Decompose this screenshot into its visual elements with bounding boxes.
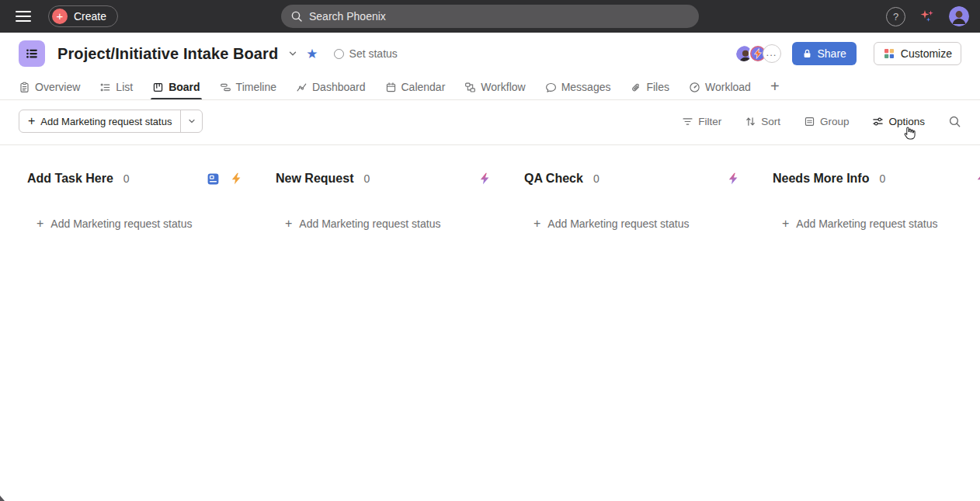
group-icon bbox=[804, 116, 815, 127]
tab-workload[interactable]: Workload bbox=[689, 75, 751, 99]
tab-label: Dashboard bbox=[312, 81, 366, 93]
create-label: Create bbox=[74, 10, 106, 23]
tab-workflow[interactable]: Workflow bbox=[464, 75, 525, 99]
add-task-label: Add Marketing request status bbox=[299, 217, 440, 230]
lock-icon bbox=[802, 48, 812, 59]
menu-icon[interactable] bbox=[16, 11, 31, 22]
board-column: New Request 0 + Add Marketing request st… bbox=[276, 172, 490, 501]
options-label: Options bbox=[888, 116, 925, 127]
plus-icon: + bbox=[36, 217, 43, 230]
tab-board[interactable]: Board bbox=[152, 75, 200, 99]
chevron-down-icon bbox=[187, 117, 196, 126]
bolt-icon[interactable] bbox=[479, 172, 490, 185]
board-column: Add Task Here 0 + Add Marketing request … bbox=[27, 172, 242, 501]
options-button[interactable]: Options bbox=[872, 116, 925, 127]
avatar-photo bbox=[949, 6, 969, 26]
set-status-label: Set status bbox=[349, 47, 398, 60]
options-icon bbox=[872, 116, 884, 127]
bolt-icon[interactable] bbox=[728, 172, 738, 185]
workflow-icon bbox=[464, 82, 476, 93]
add-task-link[interactable]: + Add Marketing request status bbox=[276, 217, 490, 230]
tab-overview[interactable]: Overview bbox=[19, 75, 80, 99]
column-header[interactable]: Add Task Here 0 bbox=[27, 172, 242, 186]
column-title: QA Check bbox=[524, 172, 583, 186]
plus-icon: + bbox=[285, 217, 292, 230]
tab-files[interactable]: Files bbox=[630, 75, 669, 99]
chevron-down-icon[interactable] bbox=[287, 48, 298, 59]
page-title: Project/Initiative Intake Board bbox=[57, 45, 278, 63]
bolt-icon[interactable] bbox=[976, 172, 980, 185]
sort-icon bbox=[745, 116, 756, 127]
plus-icon: + bbox=[52, 9, 68, 24]
dashboard-icon bbox=[296, 82, 308, 93]
board-search-button[interactable] bbox=[948, 115, 961, 128]
form-icon[interactable] bbox=[207, 172, 220, 186]
group-button[interactable]: Group bbox=[804, 116, 850, 127]
status-circle-icon bbox=[334, 49, 344, 59]
add-status-split-button: + Add Marketing request status bbox=[19, 110, 203, 133]
tab-messages[interactable]: Messages bbox=[545, 75, 611, 99]
column-header[interactable]: QA Check 0 bbox=[524, 172, 738, 186]
tab-label: Workload bbox=[705, 81, 751, 93]
help-button[interactable]: ? bbox=[886, 7, 905, 26]
search-icon bbox=[290, 10, 303, 23]
filter-button[interactable]: Filter bbox=[682, 116, 721, 127]
project-icon[interactable] bbox=[19, 40, 45, 67]
plus-icon: + bbox=[533, 217, 540, 230]
create-button[interactable]: + Create bbox=[48, 5, 118, 27]
tab-label: Messages bbox=[561, 81, 611, 93]
timeline-icon bbox=[220, 82, 231, 93]
add-status-button[interactable]: + Add Marketing request status bbox=[19, 110, 180, 132]
add-task-link[interactable]: + Add Marketing request status bbox=[524, 217, 738, 230]
tab-timeline[interactable]: Timeline bbox=[220, 75, 276, 99]
view-controls: Filter Sort Group Options bbox=[682, 115, 961, 128]
add-tab-button[interactable]: + bbox=[770, 75, 780, 99]
tab-label: Board bbox=[169, 81, 200, 93]
share-label: Share bbox=[818, 47, 846, 60]
column-title: Add Task Here bbox=[27, 172, 113, 186]
board-column: QA Check 0 + Add Marketing request statu… bbox=[524, 172, 738, 501]
tab-dashboard[interactable]: Dashboard bbox=[296, 75, 366, 99]
list-view-icon bbox=[99, 82, 111, 93]
add-task-label: Add Marketing request status bbox=[547, 217, 689, 230]
workload-icon bbox=[689, 82, 700, 93]
column-count: 0 bbox=[879, 172, 885, 185]
view-tabs: Overview List Board Timeline bbox=[0, 75, 980, 100]
tab-calendar[interactable]: Calendar bbox=[385, 75, 446, 99]
add-status-dropdown[interactable] bbox=[180, 110, 202, 132]
more-button[interactable]: ... bbox=[763, 44, 781, 63]
customize-button[interactable]: Customize bbox=[874, 42, 961, 65]
column-header[interactable]: Needs More Info 0 bbox=[773, 172, 980, 186]
search-input[interactable]: Search Phoenix bbox=[281, 5, 699, 28]
star-icon[interactable]: ★ bbox=[306, 47, 318, 61]
add-task-link[interactable]: + Add Marketing request status bbox=[773, 217, 980, 230]
add-task-label: Add Marketing request status bbox=[50, 217, 192, 230]
filter-label: Filter bbox=[698, 116, 721, 127]
question-icon: ? bbox=[893, 11, 898, 23]
search-icon bbox=[948, 115, 961, 128]
plus-icon: + bbox=[28, 114, 35, 128]
bolt-icon[interactable] bbox=[231, 172, 242, 185]
filter-icon bbox=[682, 116, 693, 127]
plus-icon: + bbox=[782, 217, 789, 230]
set-status-button[interactable]: Set status bbox=[334, 47, 398, 60]
add-status-label: Add Marketing request status bbox=[40, 116, 172, 127]
plus-icon: + bbox=[770, 78, 780, 96]
tab-label: Timeline bbox=[236, 81, 276, 93]
share-button[interactable]: Share bbox=[792, 42, 857, 65]
topbar: + Create Search Phoenix ? bbox=[0, 0, 980, 33]
ellipsis-icon: ... bbox=[766, 47, 777, 58]
tab-list[interactable]: List bbox=[99, 75, 133, 99]
customize-icon bbox=[883, 47, 895, 60]
ai-sparkle-icon[interactable] bbox=[918, 7, 937, 26]
column-count: 0 bbox=[363, 172, 370, 185]
tab-label: Files bbox=[646, 81, 669, 93]
column-header[interactable]: New Request 0 bbox=[276, 172, 490, 186]
bolt-icon bbox=[753, 48, 763, 59]
sort-button[interactable]: Sort bbox=[745, 116, 780, 127]
column-title: Needs More Info bbox=[773, 172, 869, 186]
member-avatars: ... bbox=[735, 44, 781, 63]
user-avatar[interactable] bbox=[949, 6, 969, 26]
files-icon bbox=[630, 82, 641, 93]
add-task-link[interactable]: + Add Marketing request status bbox=[27, 217, 242, 230]
